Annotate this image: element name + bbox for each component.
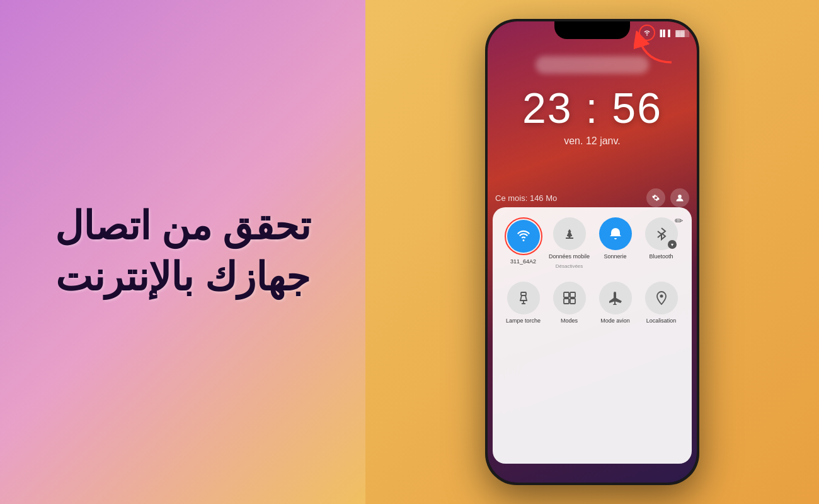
airplane-icon — [609, 291, 622, 305]
user-icon-btn[interactable] — [670, 188, 689, 207]
data-icons — [646, 188, 689, 207]
bluetooth-chevron: ▾ — [668, 240, 677, 249]
svg-point-0 — [678, 195, 682, 198]
qs-row-2: Lampe torche — [500, 282, 684, 324]
svg-rect-7 — [570, 292, 575, 297]
bluetooth-icon — [656, 227, 667, 241]
svg-point-10 — [660, 294, 663, 297]
sound-label: Sonnerie — [604, 253, 626, 260]
qs-tile-sound[interactable]: Sonnerie — [594, 217, 637, 269]
qs-tile-mobile-data[interactable]: Données mobile Désactivées — [548, 217, 591, 269]
bluetooth-icon-circle: ▾ — [645, 217, 678, 250]
mobile-data-icon — [563, 227, 576, 241]
arabic-line2: جهازك بالإنترنت — [55, 252, 311, 303]
mobile-data-icon-circle — [553, 217, 586, 250]
svg-rect-9 — [570, 299, 575, 304]
qs-row-1: 311_64A2 — [500, 217, 684, 269]
right-panel: ▐▌▌ ▓▓▒ — [365, 0, 819, 504]
qs-tile-location[interactable]: Localisation — [640, 282, 683, 324]
wifi-icon — [516, 230, 531, 243]
red-arrow — [634, 31, 678, 71]
arabic-line1: تحقق من اتصال — [55, 201, 311, 252]
edit-icon[interactable]: ✏ — [675, 215, 683, 227]
bluetooth-label: Bluetooth — [649, 253, 673, 260]
left-panel: تحقق من اتصال جهازك بالإنترنت — [0, 0, 365, 504]
mobile-data-sublabel: Désactivées — [556, 263, 583, 269]
location-icon — [656, 291, 667, 305]
airplane-icon-circle — [599, 282, 632, 314]
user-icon — [675, 193, 684, 202]
quick-settings-panel: ✏ 311_64A2 — [493, 207, 692, 464]
qs-tile-modes[interactable]: Modes — [548, 282, 591, 324]
modes-icon-circle — [553, 282, 586, 314]
arabic-title: تحقق من اتصال جهازك بالإنترنت — [55, 201, 311, 302]
phone-frame: ▐▌▌ ▓▓▒ — [485, 19, 699, 485]
phone-screen: ▐▌▌ ▓▓▒ — [488, 21, 697, 483]
svg-rect-8 — [564, 299, 569, 304]
modes-label: Modes — [561, 318, 578, 324]
flashlight-label: Lampe torche — [506, 318, 541, 324]
settings-icon-btn[interactable] — [646, 188, 665, 207]
time-display: 23 : 56 — [488, 83, 697, 132]
mobile-data-label: Données mobile — [549, 253, 590, 260]
qs-tile-airplane[interactable]: Mode avion — [594, 282, 637, 324]
data-usage-bar: Ce mois: 146 Mo — [495, 188, 689, 207]
phone-inner: ▐▌▌ ▓▓▒ — [488, 21, 697, 483]
qs-tile-flashlight[interactable]: Lampe torche — [502, 282, 545, 324]
modes-icon — [563, 291, 576, 305]
flashlight-icon — [517, 291, 530, 305]
location-label: Localisation — [646, 318, 677, 324]
location-icon-circle — [645, 282, 678, 314]
wifi-tile-label: 311_64A2 — [510, 258, 536, 265]
wifi-tile-highlight — [505, 217, 542, 255]
wifi-icon-circle — [507, 220, 540, 253]
bell-icon — [609, 227, 622, 241]
date-display: ven. 12 janv. — [488, 135, 697, 147]
sound-icon-circle — [599, 217, 632, 250]
flashlight-icon-circle — [507, 282, 540, 314]
airplane-label: Mode avion — [600, 318, 630, 324]
svg-rect-6 — [564, 292, 569, 297]
settings-icon — [651, 193, 660, 202]
notification-pill — [536, 56, 649, 74]
data-usage-text: Ce mois: 146 Mo — [495, 193, 557, 203]
qs-tile-wifi[interactable]: 311_64A2 — [502, 217, 545, 269]
